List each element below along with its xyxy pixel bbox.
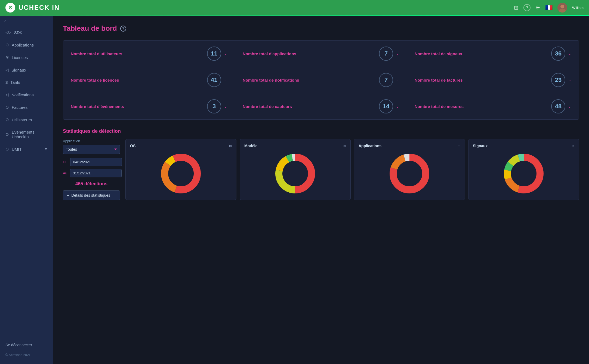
topbar-actions: ⊞ ? ☀ 🇫🇷 William	[514, 3, 584, 13]
stat-chevron-5[interactable]: ⌄	[568, 78, 571, 82]
sidebar-item-tarifs-label: Tarifs	[10, 80, 20, 85]
details-btn-label: Détails des statistiques	[71, 193, 110, 198]
stat-chevron-7[interactable]: ⌄	[396, 104, 399, 109]
stat-chevron-4[interactable]: ⌄	[396, 78, 399, 82]
chart-expand-os-icon[interactable]: ⊞	[229, 144, 232, 148]
chart-expand-applications-icon[interactable]: ⊞	[458, 144, 460, 148]
layout-icon[interactable]: ⊞	[514, 4, 519, 11]
svg-point-1	[559, 9, 566, 13]
stat-cell-8: Nombre total de mesures 48 ⌄	[407, 93, 579, 119]
chart-card-modele: Modèle ⊞	[240, 139, 351, 200]
date-from-label: Du	[63, 160, 67, 164]
signaux-icon: ◁	[5, 67, 9, 72]
stat-cell-1: Nombre total d'applications 7 ⌄	[235, 41, 407, 67]
sidebar-item-signaux-label: Signaux	[11, 68, 26, 72]
stat-label-1: Nombre total d'applications	[243, 51, 296, 56]
details-button[interactable]: + Détails des statistiques	[63, 190, 120, 200]
sidebar-item-notifications[interactable]: ◁ Notifications	[0, 88, 53, 101]
page-title: Tableau de bord	[63, 24, 117, 33]
stat-right-0: 11 ⌄	[207, 47, 227, 61]
detection-section: Statistiques de détection Application To…	[63, 128, 579, 200]
umit-icon: ⊙	[5, 147, 9, 152]
user-avatar[interactable]	[557, 3, 567, 13]
stat-chevron-8[interactable]: ⌄	[568, 104, 571, 109]
stat-label-4: Nombre total de notifications	[243, 78, 299, 82]
sidebar-item-signaux[interactable]: ◁ Signaux	[0, 64, 53, 76]
stat-right-5: 23 ⌄	[551, 73, 571, 87]
chart-header-os: OS ⊞	[130, 144, 232, 148]
date-from-row: Du	[63, 158, 120, 166]
sidebar-item-evenements[interactable]: ⊙ Evenements UcheckIn	[0, 126, 53, 143]
chart-header-modele: Modèle ⊞	[244, 144, 346, 148]
stat-label-3: Nombre total de licences	[71, 78, 119, 82]
stat-label-5: Nombre total de factures	[415, 78, 463, 82]
stat-label-2: Nombre total de signaux	[415, 51, 462, 56]
stat-label-6: Nombre total d'événements	[71, 104, 124, 109]
sidebar-item-sdk[interactable]: </> SDK	[0, 26, 53, 39]
stat-right-1: 7 ⌄	[379, 47, 399, 61]
content-area: Tableau de bord ? Nombre total d'utilisa…	[53, 16, 589, 364]
chart-title-modele: Modèle	[244, 144, 257, 148]
app-title: UCHECK IN	[18, 4, 60, 11]
donut-applications	[388, 152, 431, 195]
stats-grid: Nombre total d'utilisateurs 11 ⌄ Nombre …	[63, 40, 579, 120]
stat-badge-7: 14	[379, 99, 393, 113]
stat-right-4: 7 ⌄	[379, 73, 399, 87]
chart-expand-modele-icon[interactable]: ⊞	[343, 144, 346, 148]
language-flag[interactable]: 🇫🇷	[545, 4, 553, 11]
tarifs-icon: $	[5, 80, 8, 85]
umit-arrow-icon: ▼	[44, 147, 48, 151]
date-from-input[interactable]	[70, 158, 122, 166]
sidebar-item-utilisateurs[interactable]: ⊙ Utilisateurs	[0, 113, 53, 126]
stat-cell-5: Nombre total de factures 23 ⌄	[407, 67, 579, 93]
application-filter-select[interactable]: Toutes	[63, 145, 120, 154]
stat-chevron-0[interactable]: ⌄	[224, 51, 227, 56]
donut-modele	[273, 152, 317, 195]
sidebar-item-umit[interactable]: ⊙ UMIT ▼	[0, 143, 53, 155]
sidebar-item-applications[interactable]: ⊙ Applications	[0, 39, 53, 51]
chart-title-signaux: Signaux	[473, 144, 488, 148]
chart-header-signaux: Signaux ⊞	[473, 144, 575, 148]
filter-label: Application	[63, 139, 120, 143]
charts-area: OS ⊞ Modèle ⊞ Applications ⊞	[125, 139, 579, 200]
stat-cell-4: Nombre total de notifications 7 ⌄	[235, 67, 407, 93]
utilisateurs-icon: ⊙	[5, 117, 9, 122]
stat-cell-3: Nombre total de licences 41 ⌄	[63, 67, 235, 93]
sidebar-item-notifications-label: Notifications	[11, 92, 34, 97]
detection-section-title: Statistiques de détection	[63, 128, 579, 134]
sidebar-item-factures[interactable]: ⊙ Factures	[0, 101, 53, 113]
main-layout: ‹ </> SDK ⊙ Applications ≋ Licences ◁ Si…	[0, 16, 589, 364]
stat-chevron-2[interactable]: ⌄	[568, 51, 571, 56]
stat-cell-2: Nombre total de signaux 36 ⌄	[407, 41, 579, 67]
sidebar-item-licences[interactable]: ≋ Licences	[0, 51, 53, 64]
logout-button[interactable]: Se déconnecter	[0, 338, 53, 351]
stat-badge-3: 41	[207, 73, 221, 87]
date-to-input[interactable]	[70, 169, 122, 177]
topbar: ⊙ UCHECK IN ⊞ ? ☀ 🇫🇷 William	[0, 0, 589, 15]
stat-badge-6: 3	[207, 99, 221, 113]
licences-icon: ≋	[5, 55, 9, 60]
sidebar-item-tarifs[interactable]: $ Tarifs	[0, 76, 53, 88]
detection-controls: Application Toutes Du Au 465 détections	[63, 139, 120, 200]
stat-right-6: 3 ⌄	[207, 99, 227, 113]
chart-title-os: OS	[130, 144, 135, 148]
factures-icon: ⊙	[5, 105, 9, 110]
stat-right-7: 14 ⌄	[379, 99, 399, 113]
stat-cell-7: Nombre total de capteurs 14 ⌄	[235, 93, 407, 119]
sun-icon[interactable]: ☀	[535, 4, 540, 11]
sdk-icon: </>	[5, 30, 11, 35]
evenements-icon: ⊙	[5, 132, 9, 137]
chart-card-applications: Applications ⊞	[354, 139, 465, 200]
stat-chevron-3[interactable]: ⌄	[224, 78, 227, 82]
sidebar-back-button[interactable]: ‹	[0, 16, 53, 26]
help-icon[interactable]: ?	[523, 4, 531, 11]
page-help-icon[interactable]: ?	[120, 26, 126, 32]
chart-expand-signaux-icon[interactable]: ⊞	[572, 144, 575, 148]
stat-chevron-1[interactable]: ⌄	[396, 51, 399, 56]
stat-badge-0: 11	[207, 47, 221, 61]
logo-icon: ⊙	[5, 3, 15, 13]
stat-badge-8: 48	[551, 99, 565, 113]
username-label: William	[572, 6, 584, 10]
stat-chevron-6[interactable]: ⌄	[224, 104, 227, 109]
stat-badge-1: 7	[379, 47, 393, 61]
